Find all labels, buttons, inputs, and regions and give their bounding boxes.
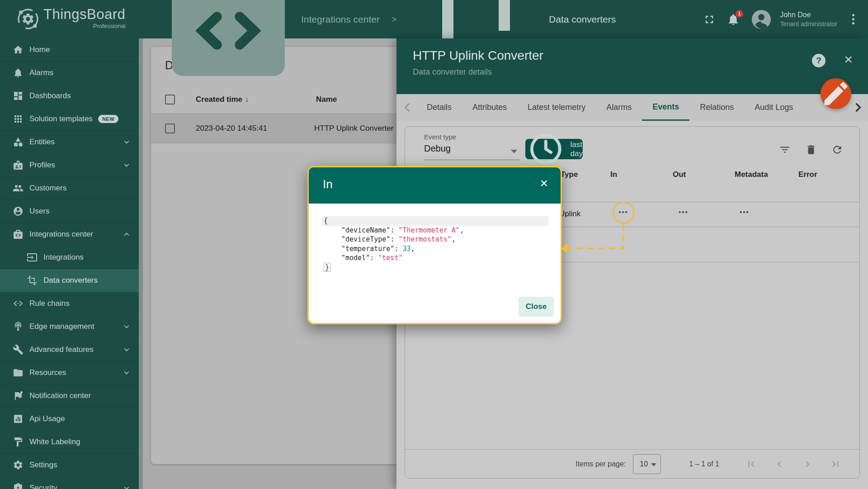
- integrations-center-icon: [13, 229, 24, 240]
- sidebar-item-alarms[interactable]: Alarms: [0, 62, 139, 85]
- help-button[interactable]: ?: [812, 54, 826, 67]
- avatar[interactable]: [751, 9, 772, 30]
- dialog-close-icon[interactable]: ×: [540, 176, 548, 191]
- shield-icon: [13, 483, 24, 489]
- sidebar: Home Alarms Dashboards Solution template…: [0, 38, 139, 489]
- sidebar-scrollbar[interactable]: [139, 38, 143, 489]
- integration-input-icon: [27, 252, 38, 263]
- tab-alarms[interactable]: Alarms: [596, 94, 642, 121]
- paginator-range: 1 – 1 of 1: [689, 460, 719, 468]
- tabs-scroll-left-icon[interactable]: [398, 94, 416, 121]
- close-button[interactable]: Close: [519, 297, 554, 317]
- events-column-error: Error: [798, 170, 817, 179]
- events-column-out: Out: [673, 170, 686, 179]
- notifications-button[interactable]: 1: [726, 13, 740, 26]
- new-badge: NEW: [98, 115, 118, 123]
- tab-details[interactable]: Details: [416, 94, 462, 121]
- bell-icon: [13, 67, 24, 78]
- sidebar-item-rule-chains[interactable]: Rule chains: [0, 292, 139, 315]
- sidebar-item-api-usage[interactable]: Api Usage: [0, 408, 139, 431]
- people-icon: [13, 183, 24, 194]
- transform-icon: [27, 275, 38, 286]
- kebab-menu-icon[interactable]: [848, 13, 858, 26]
- user-menu[interactable]: John Doe Tenant administrator: [780, 11, 837, 28]
- tab-bar: Details Attributes Latest telemetry Alar…: [396, 94, 868, 121]
- breadcrumb-integrations-center[interactable]: Integrations center: [160, 0, 380, 87]
- tab-attributes[interactable]: Attributes: [462, 94, 517, 121]
- sidebar-item-notification-center[interactable]: Notification center: [0, 385, 139, 408]
- sidebar-item-white-labeling[interactable]: White Labeling: [0, 431, 139, 454]
- dialog-title: In: [323, 177, 333, 191]
- sidebar-item-data-converters[interactable]: Data converters: [0, 269, 139, 292]
- top-bar: ThingsBoard Professional Integrations ce…: [0, 0, 868, 38]
- badge-icon: [13, 160, 24, 171]
- event-metadata-content-button[interactable]: •••: [731, 208, 758, 216]
- clock-icon: [525, 128, 566, 170]
- rule-chains-icon: [13, 298, 24, 309]
- brand-edition: Professional: [43, 23, 125, 29]
- select-all-checkbox[interactable]: [165, 95, 175, 104]
- flag-icon: [13, 390, 24, 401]
- filter-button[interactable]: [779, 144, 791, 156]
- fullscreen-button[interactable]: [703, 13, 716, 26]
- event-type-select[interactable]: Event type Debug: [424, 133, 520, 160]
- thingsboard-logo-icon: [15, 6, 41, 32]
- edit-fab-button[interactable]: [821, 78, 851, 109]
- sidebar-item-dashboards[interactable]: Dashboards: [0, 85, 139, 108]
- table-row[interactable]: 2023-04-20 14:45:41 HTTP Uplink Converte…: [151, 113, 422, 143]
- drawer-subtitle: Data converter details: [413, 67, 492, 77]
- brand-logo[interactable]: ThingsBoard Professional: [15, 5, 125, 32]
- last-page-button[interactable]: [830, 458, 841, 470]
- events-column-metadata: Metadata: [735, 170, 768, 179]
- drawer-close-button[interactable]: ×: [844, 50, 853, 68]
- pencil-icon: [821, 78, 851, 109]
- event-out-content-button[interactable]: •••: [670, 208, 697, 216]
- apps-icon: [13, 114, 24, 124]
- sidebar-item-profiles[interactable]: Profiles: [0, 154, 139, 177]
- breadcrumb: Integrations center > Data converters: [160, 0, 616, 38]
- time-window-button[interactable]: last day: [525, 139, 583, 159]
- category-icon: [13, 137, 24, 147]
- column-created-time[interactable]: Created time↓: [196, 95, 249, 104]
- sidebar-item-integrations-center[interactable]: Integrations center: [0, 223, 139, 246]
- row-checkbox[interactable]: [165, 123, 175, 133]
- sidebar-item-advanced-features[interactable]: Advanced features: [0, 338, 139, 361]
- page-size-select[interactable]: 10: [633, 454, 661, 474]
- refresh-button[interactable]: [831, 144, 843, 156]
- paint-icon: [13, 437, 24, 447]
- event-type-value: Debug: [424, 143, 520, 154]
- next-page-button[interactable]: [802, 458, 813, 470]
- sidebar-item-edge-management[interactable]: Edge management: [0, 315, 139, 338]
- event-in-content-button[interactable]: •••: [610, 208, 637, 216]
- sidebar-item-solution-templates[interactable]: Solution templates NEW: [0, 108, 139, 131]
- first-page-button[interactable]: [745, 458, 757, 470]
- tab-events[interactable]: Events: [642, 94, 689, 121]
- tab-audit-logs[interactable]: Audit Logs: [744, 94, 803, 121]
- notification-count-badge: 1: [736, 10, 743, 18]
- events-column-type: Type: [561, 170, 578, 179]
- prev-page-button[interactable]: [774, 458, 785, 470]
- chevron-down-icon: [122, 483, 132, 489]
- chevron-down-icon: [122, 137, 132, 147]
- sidebar-item-resources[interactable]: Resources: [0, 361, 139, 385]
- tab-relations[interactable]: Relations: [689, 94, 744, 121]
- sidebar-item-users[interactable]: Users: [0, 200, 139, 223]
- chevron-down-icon: [651, 463, 656, 466]
- sidebar-item-integrations[interactable]: Integrations: [0, 246, 139, 269]
- user-role: Tenant administrator: [780, 20, 837, 28]
- clear-events-button[interactable]: [805, 144, 817, 156]
- chevron-up-icon: [122, 229, 132, 239]
- sidebar-item-entities[interactable]: Entities: [0, 131, 139, 154]
- code-line: }: [324, 263, 464, 272]
- chevron-down-icon: [511, 150, 517, 153]
- tabs-scroll-right-icon[interactable]: [849, 94, 867, 121]
- user-name: John Doe: [780, 11, 837, 19]
- tab-latest-telemetry[interactable]: Latest telemetry: [517, 94, 596, 121]
- code-line: {: [324, 216, 464, 226]
- sidebar-item-home[interactable]: Home: [0, 38, 139, 62]
- event-content-dialog: In × { "deviceName": "Thermometer A", "d…: [307, 166, 562, 324]
- sidebar-item-customers[interactable]: Customers: [0, 177, 139, 200]
- dashboard-icon: [13, 90, 24, 101]
- sidebar-item-security[interactable]: Security: [0, 477, 139, 489]
- sidebar-item-settings[interactable]: Settings: [0, 454, 139, 477]
